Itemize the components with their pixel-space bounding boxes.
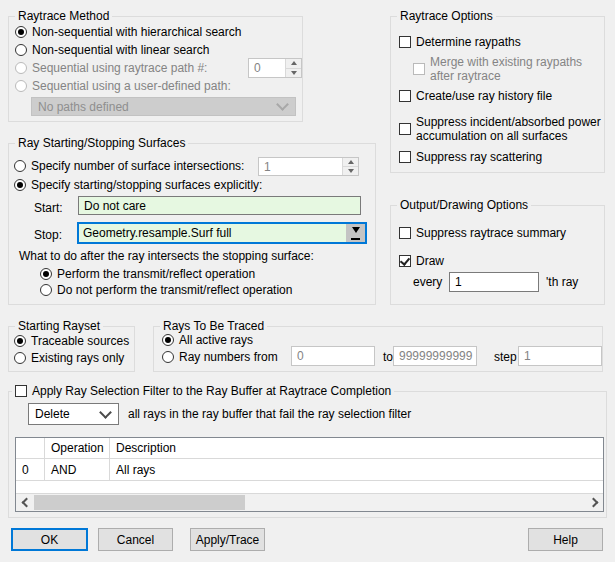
radio-icon [15, 26, 27, 38]
radio-label: Specify starting/stopping surfaces expli… [31, 178, 262, 192]
filter-checkbox-icon[interactable] [15, 385, 27, 397]
radio-label: Existing rays only [31, 351, 124, 365]
checkbox-suppress-summary[interactable]: Suppress raytrace summary [399, 226, 566, 240]
every-value: 1 [455, 275, 462, 289]
spinner-value: 0 [249, 59, 285, 77]
radio-label: Non-sequential with hierarchical search [32, 25, 241, 39]
table-empty-area [16, 481, 603, 493]
checkbox-ray-history[interactable]: Create/use ray history file [399, 89, 552, 103]
group-ray-surfaces: Ray Starting/Stopping Surfaces Specify n… [8, 143, 376, 305]
radio-icon [162, 334, 174, 346]
spinner-buttons [285, 59, 301, 77]
intersections-spinner: 1 [258, 157, 359, 176]
filter-title-row[interactable]: Apply Ray Selection Filter to the Ray Bu… [12, 384, 394, 398]
radio-not-perform-transmit[interactable]: Do not perform the transmit/reflect oper… [40, 283, 292, 297]
group-title: Ray Starting/Stopping Surfaces [15, 136, 188, 150]
to-label: to [383, 350, 393, 364]
header-cell-index [16, 438, 45, 459]
radio-label: Traceable sources [31, 334, 129, 348]
radio-surface-intersections[interactable]: Specify number of surface intersections: [14, 159, 244, 173]
checkbox-icon [399, 90, 411, 102]
horizontal-scrollbar[interactable] [16, 493, 603, 511]
scrollbar-thumb[interactable] [34, 495, 245, 510]
stop-combo[interactable]: Geometry.resample.Surf full [77, 222, 367, 244]
table-header-row: Operation Description [16, 438, 603, 459]
drop-arrow-icon [352, 227, 360, 237]
every-input[interactable]: 1 [449, 272, 539, 292]
every-label: every [413, 275, 442, 289]
drop-arrow-bar [351, 238, 360, 240]
group-starting-rayset: Starting Rayset Traceable sources Existi… [8, 326, 135, 372]
scroll-right-icon[interactable] [586, 494, 603, 511]
spin-up-icon[interactable] [286, 59, 301, 68]
radio-label: Sequential using raytrace path #: [32, 61, 207, 75]
group-raytrace-method: Raytrace Method Non-sequential with hier… [8, 16, 303, 122]
radio-icon [14, 352, 26, 364]
ray-from-input: 0 [291, 346, 375, 366]
group-ray-filter: Apply Ray Selection Filter to the Ray Bu… [8, 391, 607, 518]
radio-label: Ray numbers from [179, 350, 278, 364]
chevron-down-icon [99, 406, 112, 419]
start-input[interactable]: Do not care [78, 196, 361, 215]
apply-trace-button[interactable]: Apply/Trace [190, 528, 265, 551]
radio-label: Perform the transmit/reflect operation [57, 267, 255, 281]
radio-nonseq-linear[interactable]: Non-sequential with linear search [15, 43, 209, 57]
group-rays-to-trace: Rays To Be Traced All active rays Ray nu… [153, 326, 603, 372]
ok-button[interactable]: OK [11, 528, 88, 551]
checkbox-icon [399, 123, 411, 135]
table-row[interactable]: 0 AND All rays [16, 459, 603, 481]
checkbox-icon [399, 255, 411, 267]
checkbox-label: Draw [416, 254, 444, 268]
spin-down-icon[interactable] [343, 166, 358, 175]
th-ray-label: 'th ray [546, 275, 578, 289]
after-question-label: What to do after the ray intersects the … [19, 249, 314, 263]
filter-table: Operation Description 0 AND All rays [15, 437, 604, 512]
stop-value: Geometry.resample.Surf full [79, 226, 346, 240]
scroll-left-icon[interactable] [16, 494, 33, 511]
radio-explicit-surfaces[interactable]: Specify starting/stopping surfaces expli… [14, 178, 262, 192]
help-button[interactable]: Help [528, 528, 603, 551]
radio-all-active-rays[interactable]: All active rays [162, 333, 253, 347]
ray-step-value: 1 [524, 349, 531, 363]
group-title: Rays To Be Traced [160, 319, 267, 333]
radio-sequential-path: Sequential using raytrace path #: [15, 61, 207, 75]
checkbox-determine-raypaths[interactable]: Determine raypaths [399, 35, 521, 49]
checkbox-label: Suppress incident/absorbed power accumul… [416, 115, 604, 143]
checkbox-draw[interactable]: Draw [399, 254, 444, 268]
checkbox-icon [399, 36, 411, 48]
checkbox-label: Suppress raytrace summary [416, 226, 566, 240]
checkbox-suppress-scattering[interactable]: Suppress ray scattering [399, 150, 542, 164]
spin-down-icon[interactable] [286, 68, 301, 78]
spin-up-icon[interactable] [343, 158, 358, 166]
cell-description: All rays [110, 459, 603, 481]
sequential-path-spinner: 0 [248, 58, 302, 78]
radio-existing-rays[interactable]: Existing rays only [14, 351, 124, 365]
stop-dropdown-button[interactable] [346, 224, 365, 242]
radio-icon [15, 62, 27, 74]
radio-label: Sequential using a user-defined path: [32, 79, 231, 93]
filter-action-dropdown[interactable]: Delete [28, 403, 119, 425]
group-title: Raytrace Options [397, 9, 496, 23]
radio-icon [15, 44, 27, 56]
scrollbar-track[interactable] [33, 494, 586, 511]
radio-nonseq-hierarchical[interactable]: Non-sequential with hierarchical search [15, 25, 241, 39]
cell-index: 0 [16, 459, 45, 481]
group-title: Starting Rayset [15, 319, 103, 333]
start-value: Do not care [84, 199, 146, 213]
radio-perform-transmit[interactable]: Perform the transmit/reflect operation [40, 267, 255, 281]
radio-user-defined-path: Sequential using a user-defined path: [15, 79, 231, 93]
radio-icon [14, 179, 26, 191]
checkbox-icon [399, 227, 411, 239]
checkbox-suppress-power[interactable]: Suppress incident/absorbed power accumul… [399, 115, 604, 143]
radio-label: Specify number of surface intersections: [31, 159, 244, 173]
group-raytrace-options: Raytrace Options Determine raypaths Merg… [390, 16, 605, 173]
radio-icon [162, 351, 174, 363]
radio-icon [15, 80, 27, 92]
radio-traceable-sources[interactable]: Traceable sources [14, 334, 129, 348]
paths-dropdown: No paths defined [31, 97, 296, 116]
cancel-button[interactable]: Cancel [98, 528, 173, 551]
radio-ray-numbers[interactable]: Ray numbers from [162, 350, 278, 364]
ray-to-input: 99999999999 [393, 346, 477, 366]
start-label: Start: [34, 201, 63, 215]
checkbox-merge-raypaths: Merge with existing raypaths after raytr… [413, 55, 598, 83]
